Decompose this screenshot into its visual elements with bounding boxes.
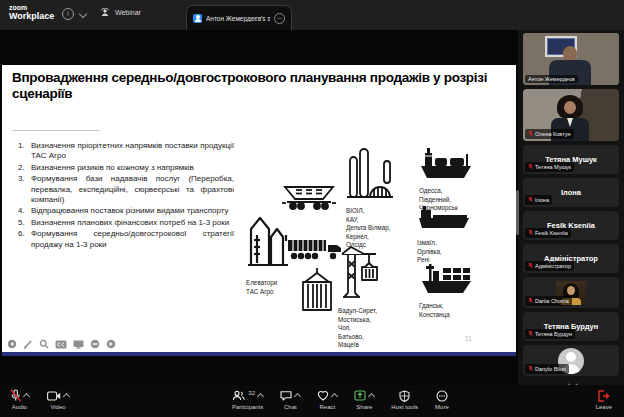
react-options-caret[interactable] [331,393,338,400]
participants-panel: Антон Жемердеєв Олена Ковтун Тетяна Мушу… [518,30,624,385]
participant-avatar-icon [193,14,202,23]
participant-tile-admin[interactable]: Адміністратор Адміністратор [523,244,619,273]
webinar-tab-label: Webinar [115,9,141,16]
nametag-label: Олена Ковтун [535,131,571,137]
mic-muted-icon [528,297,533,305]
participant-tile-fesik[interactable]: Fesik Kseniia Fesik Kseniia [523,211,619,240]
logo-zoom: zoom [9,4,54,11]
mic-muted-icon [528,330,533,338]
title-bar: zoom Workplace i Webinar Антон Жемердеєв… [0,0,624,30]
more-button[interactable]: More [435,388,449,410]
participants-button[interactable]: 32 Participants [232,388,263,410]
nametag-label: Fesik Kseniia [535,230,568,236]
tab-webinar[interactable]: Webinar [100,8,141,17]
shared-screen-tab-label: Антон Жемердеєв's screen [206,15,270,22]
participant-tile-anton[interactable]: Антон Жемердеєв [523,33,619,85]
chevron-down-icon[interactable] [79,10,87,18]
participant-tile-ilona[interactable]: Ілона Ілона [523,178,619,207]
participant-nametag: Dariia Chorna [525,296,572,306]
chat-icon [280,390,292,401]
participants-options-caret[interactable] [257,393,264,400]
share-options-caret[interactable] [368,393,375,400]
nametag-label: Danylo Bilun [535,366,566,372]
participant-name: Ілона [561,188,581,197]
pen-icon [23,339,33,349]
mic-muted-icon [10,389,21,402]
nametag-label: Адміністратор [535,263,571,269]
video-button[interactable]: Video [47,388,69,410]
participant-nametag: Тетяна Бурдун [525,329,575,339]
participant-nametag: Антон Жемердеєв [525,75,578,83]
share-screen-icon [354,390,366,401]
host-tools-label: Host tools [391,404,418,410]
truck-icon [286,236,344,262]
bulk-ship-icon [419,145,473,181]
minimize-tab-icon[interactable]: – [274,13,285,24]
video-label: Video [50,404,65,410]
chat-options-caret[interactable] [294,393,301,400]
logo-workplace: Workplace [9,12,54,21]
river-ports-figure: Ізмаїл, Орлівка, Рені [417,205,477,265]
nametag-label: Антон Жемердеєв [528,76,575,82]
mic-muted-icon [528,130,533,138]
participant-nametag: Тетяна Мушук [525,162,574,172]
participant-tile-dariia[interactable]: Dariia Chorna [523,277,619,308]
participant-tile-mushuk[interactable]: Тетяна Мушук Тетяна Мушук [523,145,619,174]
participant-nametag: Олена Ковтун [525,129,574,139]
rail-crossings-label: Вадул-Сирет, Мостиська, Чоп, Батьово, Ма… [338,307,402,350]
crane-icon [338,245,380,301]
participant-nametag: Fesik Kseniia [525,228,571,238]
participant-tile-olena[interactable]: Олена Ковтун [523,89,619,141]
react-button[interactable]: React [317,388,337,410]
slide-page-number: 11 [465,335,472,342]
zoom-workplace-logo: zoom Workplace [9,4,54,21]
meeting-toolbar: Audio Video [0,385,624,417]
factory-icon [346,147,394,201]
barge-icon [417,205,471,233]
host-tools-button[interactable]: Host tools [391,388,418,410]
share-button[interactable]: Share [354,388,374,410]
presenter-controls [7,339,116,349]
slide-footer-bar [2,352,516,356]
container-figure [298,267,336,317]
video-options-caret[interactable] [63,393,70,400]
more-ellipsis-icon [436,390,448,402]
container-icon [298,267,336,313]
participant-nametag: Адміністратор [525,261,574,271]
participant-tile-danylo[interactable]: Danylo Bilun [523,345,619,376]
audio-button[interactable]: Audio [10,388,29,410]
participants-icon [232,390,245,401]
participant-nametag: Ілона [525,195,552,205]
camera-icon [47,391,61,401]
participants-count: 32 [248,390,255,396]
audio-label: Audio [12,404,27,410]
plants-label: ВІОІЛ, КАУ, Дельта Вілмар, Кернел, Олсід… [346,207,402,250]
hopper-wagon-icon [282,183,336,213]
participant-tile-burdun[interactable]: Тетяна Бурдун Тетяна Бурдун [523,312,619,341]
leave-label: Leave [596,404,612,410]
next-slide-icon [106,339,116,349]
leave-button[interactable]: Leave [596,388,612,410]
sidebar-scrollbar[interactable] [516,190,519,235]
tab-shared-screen[interactable]: Антон Жемердеєв's screen – [186,5,292,30]
foreign-ports-label: Гданськ, Констанца [419,302,479,319]
mic-muted-icon [528,229,533,237]
shared-screen-area: Впровадження середньо/довгострокового пл… [0,30,518,385]
chat-button[interactable]: Chat [280,388,300,410]
leave-icon [597,390,610,402]
slide-diagram: Елеватори ТАС Агро [2,65,516,356]
shield-icon [399,390,410,402]
participant-nametag: Danylo Bilun [525,364,569,374]
info-icon[interactable]: i [62,8,74,20]
audio-options-caret[interactable] [23,393,30,400]
mic-muted-icon [528,365,533,373]
previous-slide-icon [7,339,17,349]
captions-icon [55,340,67,349]
heart-icon [317,390,329,401]
react-label: React [320,404,336,410]
mic-muted-icon [528,163,533,171]
nametag-label: Тетяна Бурдун [535,331,572,337]
magnifier-icon [39,339,49,349]
container-ship-icon [419,260,473,296]
nametag-label: Dariia Chorna [535,298,569,304]
